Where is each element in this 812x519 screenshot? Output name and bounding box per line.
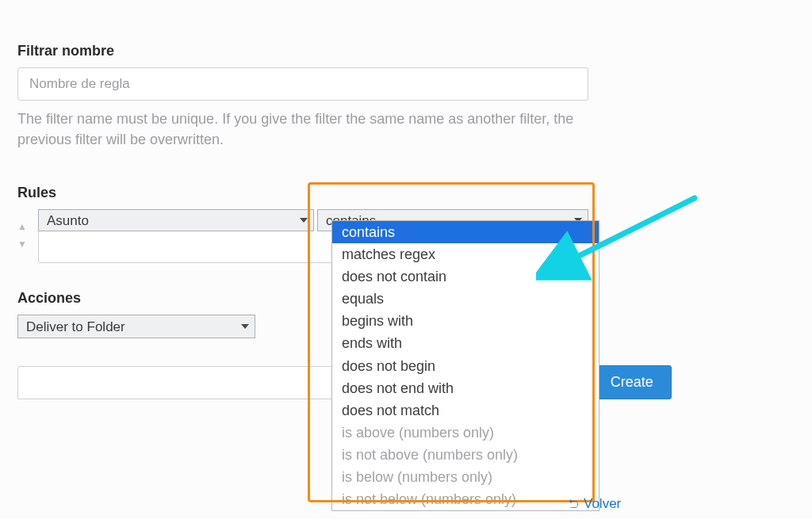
operator-option[interactable]: equals [332,288,599,310]
operator-option[interactable]: matches regex [332,243,599,265]
filter-name-help: The filter name must be unique. If you g… [17,109,588,150]
operator-option: is below (numbers only) [332,466,599,488]
volver-link[interactable]: ⮌ Volver [568,496,621,512]
operator-option: is not below (numbers only) [332,488,599,510]
filter-name-input[interactable] [17,67,588,101]
operator-option[interactable]: does not contain [332,265,599,288]
filter-form-page: Filtrar nombre The filter name must be u… [0,0,812,519]
operator-option[interactable]: does not begin [332,355,599,377]
filter-name-label: Filtrar nombre [17,43,795,59]
operator-option[interactable]: begins with [332,310,599,332]
operator-option: is above (numbers only) [332,422,599,444]
operator-option[interactable]: does not match [332,399,599,422]
create-button[interactable]: Create [592,365,672,399]
volver-label: Volver [584,496,621,512]
action-select[interactable]: Deliver to Folder [17,315,255,338]
rules-label: Rules [17,185,795,201]
rule-subject-select[interactable]: Asunto [38,209,314,231]
operator-option[interactable]: ends with [332,332,599,354]
rule-move-up-icon[interactable]: ▲ [17,222,33,231]
operator-option[interactable]: contains [332,221,599,243]
operator-option[interactable]: does not end with [332,377,599,399]
rule-move-down-icon[interactable]: ▼ [17,239,33,249]
operator-dropdown-panel: containsmatches regexdoes not containequ… [331,220,599,511]
volver-back-icon: ⮌ [568,498,579,510]
operator-option: is not above (numbers only) [332,444,599,466]
rule-sort-arrows: ▲ ▼ [17,209,33,249]
